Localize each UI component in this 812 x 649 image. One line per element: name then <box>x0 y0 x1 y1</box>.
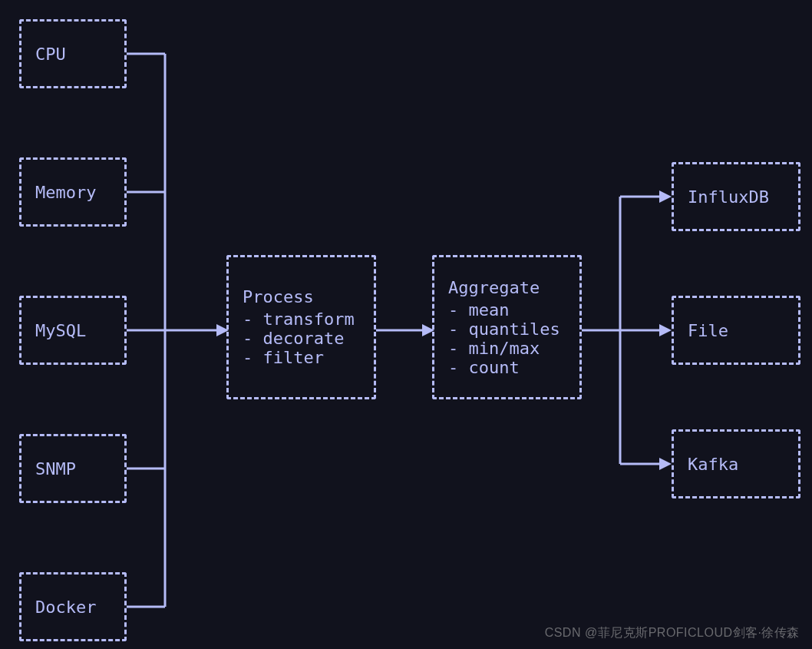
process-title: Process <box>243 287 314 306</box>
output-file-label: File <box>688 321 728 340</box>
input-memory-box: Memory <box>19 157 127 227</box>
process-item: decorate <box>243 329 355 348</box>
conn-inputs-to-process <box>123 0 230 649</box>
svg-marker-4 <box>659 324 672 336</box>
input-memory-label: Memory <box>35 183 96 202</box>
aggregate-item: min/max <box>448 339 560 358</box>
aggregate-item: mean <box>448 300 560 320</box>
input-mysql-box: MySQL <box>19 296 127 365</box>
process-box: Process transform decorate filter <box>226 255 376 399</box>
process-item: filter <box>243 348 355 367</box>
svg-marker-3 <box>659 190 672 203</box>
conn-aggregate-to-outputs <box>582 146 675 507</box>
input-snmp-label: SNMP <box>35 459 76 478</box>
process-item: transform <box>243 310 355 329</box>
output-kafka-label: Kafka <box>688 455 738 474</box>
output-file-box: File <box>672 296 800 365</box>
watermark-text: CSDN @菲尼克斯PROFICLOUD剑客·徐传森 <box>545 625 800 641</box>
output-kafka-box: Kafka <box>672 429 800 498</box>
input-snmp-box: SNMP <box>19 434 127 503</box>
aggregate-item: quantiles <box>448 320 560 339</box>
input-docker-label: Docker <box>35 598 96 617</box>
output-influxdb-label: InfluxDB <box>688 187 769 207</box>
aggregate-item: count <box>448 358 560 377</box>
aggregate-box: Aggregate mean quantiles min/max count <box>432 255 582 399</box>
input-cpu-label: CPU <box>35 45 66 64</box>
input-mysql-label: MySQL <box>35 321 86 340</box>
aggregate-title: Aggregate <box>448 278 540 297</box>
svg-marker-5 <box>659 458 672 470</box>
input-cpu-box: CPU <box>19 19 127 88</box>
process-items: transform decorate filter <box>243 310 355 367</box>
conn-process-to-aggregate <box>376 318 436 343</box>
aggregate-items: mean quantiles min/max count <box>448 300 560 377</box>
input-docker-box: Docker <box>19 572 127 641</box>
output-influxdb-box: InfluxDB <box>672 162 800 231</box>
